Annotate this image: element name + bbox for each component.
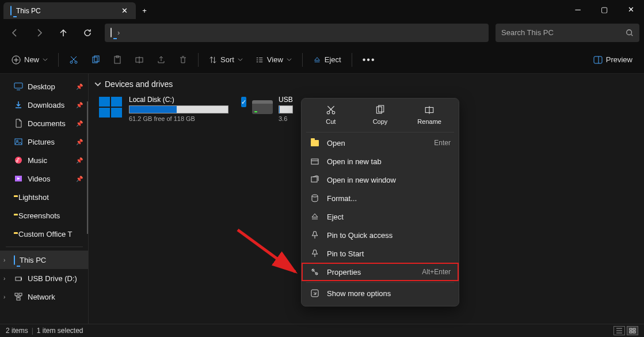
minimize-button[interactable]: ─ xyxy=(565,0,591,19)
address-bar[interactable]: › xyxy=(105,24,489,42)
drive-item[interactable]: ✓USB3.6 xyxy=(239,93,294,124)
svg-rect-11 xyxy=(15,139,22,145)
tree-item-label: This PC xyxy=(20,256,46,264)
sidebar-item-lightshot[interactable]: Lightshot xyxy=(0,188,89,206)
chevron-right-icon[interactable]: › xyxy=(3,275,5,282)
window-tab[interactable]: This PC ✕ xyxy=(3,2,136,19)
tab-close-button[interactable]: ✕ xyxy=(120,6,129,16)
tree-item-usb-drive-d-[interactable]: ›USB Drive (D:) xyxy=(0,269,89,287)
delete-icon xyxy=(178,55,188,65)
properties-icon xyxy=(310,267,320,277)
section-header[interactable]: Devices and drives xyxy=(94,79,637,89)
search-input[interactable]: Search This PC xyxy=(496,24,639,42)
rename-icon xyxy=(424,104,435,116)
forward-button[interactable] xyxy=(29,24,49,42)
window-controls: ─ ▢ ✕ xyxy=(565,0,644,19)
ctx-top-label: Cut xyxy=(326,118,336,125)
copy-icon xyxy=(374,104,386,116)
close-window-button[interactable]: ✕ xyxy=(618,0,644,19)
refresh-button[interactable] xyxy=(77,24,98,42)
cut-button[interactable] xyxy=(63,50,84,70)
pictures-icon xyxy=(14,137,23,146)
copy-button[interactable] xyxy=(85,50,106,70)
titlebar: This PC ✕ + ─ ▢ ✕ xyxy=(0,0,644,19)
ctx-item-label: Eject xyxy=(327,213,344,221)
sidebar-item-pictures[interactable]: Pictures📌 xyxy=(0,132,89,151)
section-title: Devices and drives xyxy=(105,79,173,89)
ctx-item-open-in-new-window[interactable]: Open in new window xyxy=(302,171,459,189)
ctx-item-label: Open in new window xyxy=(327,176,396,184)
ctx-item-eject[interactable]: Eject xyxy=(302,207,459,226)
preview-button[interactable]: Preview xyxy=(588,50,638,70)
sort-button[interactable]: Sort xyxy=(203,50,249,70)
chevron-right-icon[interactable]: › xyxy=(3,294,5,300)
svg-point-21 xyxy=(332,111,335,114)
view-label: View xyxy=(267,55,283,64)
share-icon xyxy=(157,55,166,65)
breadcrumb-chevron[interactable]: › xyxy=(117,28,120,37)
eject-button[interactable]: Eject xyxy=(307,50,347,70)
sidebar-item-music[interactable]: Music📌 xyxy=(0,151,89,169)
sidebar-item-screenshots[interactable]: Screenshots xyxy=(0,206,89,225)
ctx-item-show-more-options[interactable]: Show more options xyxy=(302,284,459,302)
tree-item-network[interactable]: ›Network xyxy=(0,287,89,306)
status-items: 2 items xyxy=(6,327,28,335)
preview-label: Preview xyxy=(606,55,632,64)
sidebar-item-label: Screenshots xyxy=(18,211,60,220)
more-button[interactable]: ••• xyxy=(357,50,382,70)
tree-item-label: USB Drive (D:) xyxy=(28,274,77,283)
desktop-icon xyxy=(14,82,23,91)
network-icon xyxy=(14,292,23,301)
sidebar-item-desktop[interactable]: Desktop📌 xyxy=(0,77,89,96)
view-button[interactable]: View xyxy=(250,50,298,70)
sidebar-item-downloads[interactable]: Downloads📌 xyxy=(0,96,89,114)
rename-button[interactable] xyxy=(129,50,150,70)
sidebar-item-custom-office-t[interactable]: Custom Office T xyxy=(0,225,89,243)
ctx-item-pin-to-quick-access[interactable]: Pin to Quick access xyxy=(302,226,459,244)
sidebar-item-label: Videos xyxy=(28,175,51,183)
up-button[interactable] xyxy=(53,24,74,42)
ctx-item-pin-to-start[interactable]: Pin to Start xyxy=(302,244,459,263)
sidebar-item-documents[interactable]: Documents📌 xyxy=(0,114,89,132)
svg-point-0 xyxy=(627,29,632,35)
ctx-copy-button[interactable]: Copy xyxy=(364,104,396,125)
ctx-item-open-in-new-tab[interactable]: Open in new tab xyxy=(302,152,459,171)
delete-button[interactable] xyxy=(173,50,193,70)
drive-item[interactable]: Local Disk (C:)61.2 GB free of 118 GB xyxy=(96,93,231,124)
svg-rect-16 xyxy=(21,278,22,280)
new-tab-button[interactable]: + xyxy=(136,2,153,19)
ctx-item-open[interactable]: OpenEnter xyxy=(302,134,459,152)
format-icon xyxy=(310,193,320,203)
sidebar-item-videos[interactable]: Videos📌 xyxy=(0,169,89,188)
ctx-rename-button[interactable]: Rename xyxy=(413,104,445,125)
chevron-down-icon xyxy=(238,57,243,62)
tree-item-this-pc[interactable]: ›This PC xyxy=(0,251,89,269)
ctx-item-format-[interactable]: Format... xyxy=(302,189,459,207)
chevron-down-icon xyxy=(287,57,292,62)
ctx-cut-button[interactable]: Cut xyxy=(315,104,347,125)
pin-start-icon xyxy=(310,248,320,259)
drive-usage-bar xyxy=(129,105,228,113)
new-button[interactable]: New xyxy=(6,50,54,70)
pin-icon: 📌 xyxy=(76,157,83,164)
sidebar-item-label: Custom Office T xyxy=(18,230,72,238)
svg-rect-10 xyxy=(14,83,22,88)
drive-name: USB xyxy=(279,96,293,104)
ctx-item-properties[interactable]: PropertiesAlt+Enter xyxy=(302,263,459,281)
sidebar-scrollbar[interactable] xyxy=(87,101,88,234)
search-icon xyxy=(626,29,634,37)
maximize-button[interactable]: ▢ xyxy=(591,0,618,19)
paste-button[interactable] xyxy=(107,50,128,70)
drive-icon xyxy=(252,96,273,119)
drive-checkbox[interactable]: ✓ xyxy=(241,97,246,107)
pin-icon: 📌 xyxy=(76,120,83,127)
tab-title: This PC xyxy=(16,7,115,15)
view-icon xyxy=(256,56,264,64)
back-button[interactable] xyxy=(5,24,25,42)
sidebar-item-label: Downloads xyxy=(28,101,64,109)
chevron-right-icon[interactable]: › xyxy=(3,257,5,263)
share-button[interactable] xyxy=(151,50,172,70)
svg-rect-33 xyxy=(633,328,635,330)
details-view-button[interactable] xyxy=(613,326,625,335)
icons-view-button[interactable] xyxy=(627,326,638,335)
